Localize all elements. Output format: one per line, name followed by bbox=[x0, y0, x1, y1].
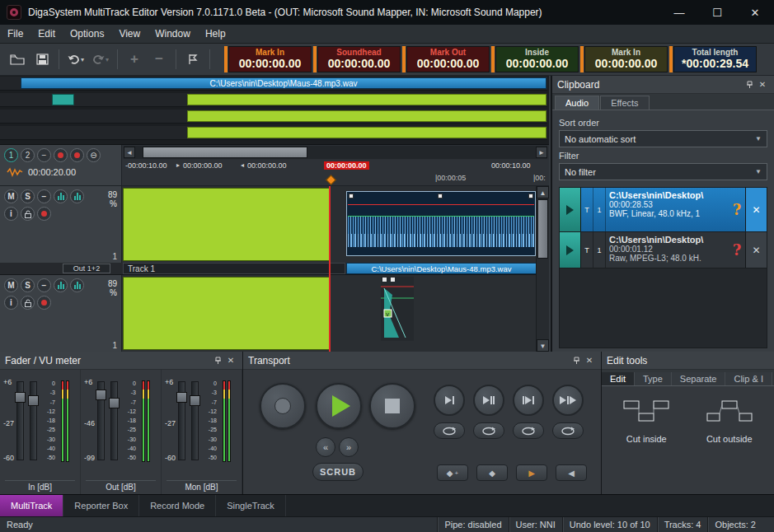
nudge-back-button[interactable]: « bbox=[316, 437, 335, 457]
remove-marker-button[interactable]: ⊖ bbox=[87, 148, 101, 162]
track2-audio-object[interactable] bbox=[123, 277, 330, 350]
track2-record-button[interactable] bbox=[37, 296, 51, 310]
menu-help[interactable]: Help bbox=[198, 25, 233, 43]
record-marker-button[interactable] bbox=[54, 148, 68, 162]
track1-object-filename[interactable]: C:\Users\nin\Desktop\Maus-48.mp3.wav bbox=[346, 263, 537, 274]
mark-out-flag-icon[interactable]: ◂ bbox=[241, 161, 244, 169]
track1-minimize-button[interactable]: − bbox=[37, 189, 51, 203]
tab-clip[interactable]: Clip & I bbox=[725, 372, 772, 385]
tab-singletrack[interactable]: SingleTrack bbox=[216, 495, 286, 516]
add-marker-button[interactable]: ◆+ bbox=[437, 464, 468, 481]
filter-select[interactable]: No filter ▼ bbox=[559, 163, 767, 180]
volume-line[interactable] bbox=[348, 216, 534, 217]
track2-pan-button[interactable] bbox=[70, 278, 84, 292]
object-handle[interactable] bbox=[349, 194, 354, 198]
sort-order-select[interactable]: No automatic sort ▼ bbox=[559, 130, 767, 147]
soundhead-marker[interactable] bbox=[326, 175, 336, 185]
loop-button-4[interactable] bbox=[552, 422, 584, 439]
timeline-ruler[interactable]: -00:00:10.00 ▸ 00:00:00.00 ◂ 00:00:00.00… bbox=[122, 160, 549, 185]
track1-info-button[interactable]: i bbox=[4, 207, 18, 221]
play-clip-button[interactable] bbox=[560, 188, 581, 231]
nudge-forward-button[interactable]: » bbox=[339, 437, 359, 457]
goto-marker-button[interactable]: ◆ bbox=[476, 464, 508, 481]
loop-button-1[interactable] bbox=[434, 422, 465, 439]
scroll-down-button[interactable]: ▼ bbox=[537, 339, 549, 352]
scroll-right-button[interactable]: ► bbox=[536, 147, 547, 158]
tab-multitrack[interactable]: MultiTrack bbox=[0, 495, 63, 516]
hscroll-track[interactable] bbox=[136, 147, 535, 158]
pin-icon[interactable] bbox=[570, 354, 583, 367]
track1-lock-button[interactable] bbox=[21, 207, 35, 221]
remove-button[interactable]: − bbox=[148, 49, 170, 70]
splitter-handle[interactable] bbox=[402, 46, 406, 72]
tab-audio[interactable]: Audio bbox=[555, 96, 599, 110]
undo-button[interactable]: ▾ bbox=[65, 49, 87, 70]
fader-handle[interactable] bbox=[28, 395, 39, 406]
track1-wave-object[interactable] bbox=[346, 191, 536, 256]
menu-file[interactable]: File bbox=[0, 25, 30, 43]
pin-icon[interactable] bbox=[211, 354, 224, 367]
splitter-handle[interactable] bbox=[224, 46, 228, 72]
fader-slider[interactable] bbox=[16, 381, 24, 460]
track1-output-button[interactable]: Out 1+2 bbox=[63, 264, 110, 273]
menu-edit[interactable]: Edit bbox=[30, 25, 63, 43]
stop-button[interactable] bbox=[369, 383, 415, 429]
object-handle[interactable] bbox=[528, 194, 533, 198]
splitter-handle[interactable] bbox=[491, 46, 495, 72]
track-view-2-button[interactable]: 2 bbox=[21, 148, 35, 162]
track1-record-button[interactable] bbox=[37, 207, 51, 221]
fader-slider[interactable] bbox=[97, 381, 105, 460]
maximize-button[interactable]: ☐ bbox=[698, 0, 736, 25]
splitter-handle[interactable] bbox=[669, 46, 673, 72]
fader-handle[interactable] bbox=[96, 390, 106, 400]
fader-handle[interactable] bbox=[109, 398, 120, 408]
track2-clip-object[interactable]: v bbox=[381, 277, 414, 341]
track2-solo-button[interactable]: S bbox=[21, 278, 35, 292]
mark-in-flag-icon[interactable]: ▸ bbox=[176, 161, 180, 169]
remove-clip-button[interactable]: ✕ bbox=[745, 188, 767, 231]
playhead[interactable] bbox=[329, 186, 331, 352]
tab-effects[interactable]: Effects bbox=[600, 96, 649, 110]
track1-name[interactable]: Track 1 bbox=[123, 263, 345, 274]
close-button[interactable]: ✕ bbox=[736, 0, 774, 25]
track1-meter-button[interactable] bbox=[54, 189, 68, 203]
fader-slider[interactable] bbox=[30, 381, 37, 460]
play-button[interactable] bbox=[316, 383, 362, 429]
scroll-left-button[interactable]: ◄ bbox=[124, 147, 135, 158]
transport-close-icon[interactable]: ✕ bbox=[583, 354, 596, 367]
cut-inside-button[interactable]: Cut inside bbox=[607, 399, 687, 444]
track2-info-button[interactable]: i bbox=[4, 296, 18, 310]
splitter-handle[interactable] bbox=[580, 46, 584, 72]
step-forward-button[interactable]: ▶ bbox=[516, 464, 547, 481]
track2-lock-button[interactable] bbox=[21, 296, 35, 310]
track1-mute-button[interactable]: M bbox=[4, 189, 18, 203]
play-to-cursor-button[interactable] bbox=[434, 385, 465, 416]
pin-icon[interactable] bbox=[743, 78, 756, 91]
play-selection-button[interactable] bbox=[552, 385, 584, 416]
track-view-1-button[interactable]: 1 bbox=[4, 148, 18, 162]
fader-handle[interactable] bbox=[15, 392, 26, 403]
minimize-button[interactable]: — bbox=[660, 0, 698, 25]
cut-outside-button[interactable]: Cut outside bbox=[690, 399, 770, 444]
play-over-mark-button[interactable] bbox=[473, 385, 504, 416]
open-button[interactable] bbox=[7, 49, 28, 70]
track2-minimize-button[interactable]: − bbox=[37, 278, 51, 292]
hscroll-thumb[interactable] bbox=[143, 147, 307, 158]
step-back-button[interactable]: ◀ bbox=[556, 464, 587, 481]
record-button[interactable] bbox=[260, 383, 306, 429]
scrub-button[interactable]: SCRUB bbox=[312, 463, 364, 481]
overview-object-bar[interactable]: C:\Users\nin\Desktop\Maus-48.mp3.wav bbox=[21, 77, 546, 89]
add-button[interactable]: + bbox=[124, 49, 145, 70]
track1-audio-object[interactable] bbox=[123, 188, 330, 261]
record-marker2-button[interactable] bbox=[70, 148, 84, 162]
overview-track-bar[interactable] bbox=[187, 94, 546, 105]
menu-view[interactable]: View bbox=[111, 25, 148, 43]
fader-handle[interactable] bbox=[176, 392, 187, 403]
clipboard-item-2[interactable]: T 1 C:\Users\nin\Desktop\ 00:00:01.12 Ra… bbox=[560, 232, 767, 268]
menu-options[interactable]: Options bbox=[63, 25, 111, 43]
play-from-mark-button[interactable] bbox=[513, 385, 544, 416]
track2-meter-button[interactable] bbox=[54, 278, 68, 292]
clipboard-close-icon[interactable]: ✕ bbox=[756, 78, 769, 91]
remove-clip-button[interactable]: ✕ bbox=[745, 232, 767, 268]
track1-solo-button[interactable]: S bbox=[21, 189, 35, 203]
